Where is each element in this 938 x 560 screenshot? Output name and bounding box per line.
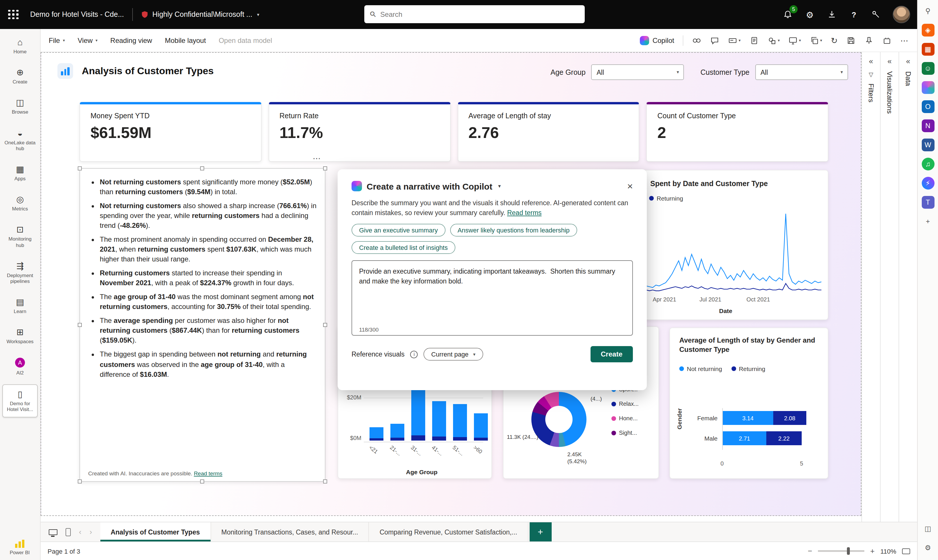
sidebar-item-demo-for-hotel-visits[interactable]: ▯ Demo for Hotel Visit... (2, 384, 38, 417)
legend-item[interactable]: Hone... (611, 415, 639, 422)
bar[interactable] (432, 402, 446, 441)
sidebar-item-deployment-pipelines[interactable]: ⇶ Deployment pipelines (2, 256, 38, 289)
bar[interactable] (390, 424, 404, 441)
kpi-card[interactable]: Count of Customer Type 2 (646, 102, 828, 162)
narrative-visual[interactable]: Not returning customers spent significan… (79, 168, 326, 482)
read-terms-link[interactable]: Read terms (194, 470, 222, 477)
sidebar-item-apps[interactable]: ▦ Apps (2, 159, 38, 187)
copy-icon[interactable]: ▾ (810, 35, 822, 45)
bar-segment[interactable]: 2.22 (766, 431, 802, 445)
more-options-icon[interactable]: ⋯ (900, 35, 909, 45)
legend-item[interactable]: Returning (731, 365, 765, 372)
stacked-bar-row[interactable]: Male2.712.22 (670, 431, 828, 445)
chevron-down-icon[interactable]: ▾ (498, 183, 501, 189)
bar[interactable] (370, 427, 383, 441)
file-menu[interactable]: File▾ (49, 36, 65, 45)
donut[interactable] (531, 392, 586, 447)
next-page-icon[interactable]: › (89, 528, 92, 536)
slicer-dropdown[interactable]: All ▾ (755, 65, 848, 80)
comments-icon[interactable] (710, 35, 719, 45)
kpi-card[interactable]: Money Spent YTD $61.59M (79, 102, 262, 162)
pin-icon[interactable] (864, 35, 873, 45)
help-icon[interactable]: ? (849, 9, 859, 20)
legend-item[interactable]: Returning (649, 195, 683, 202)
shapes-icon[interactable]: ▾ (767, 35, 780, 45)
data-pane[interactable]: « ▽ Data (899, 52, 917, 522)
edge-word-icon[interactable]: W (921, 138, 934, 151)
tab-monitoring-transactions[interactable]: Monitoring Transactions, Cases, and Reso… (211, 522, 369, 542)
edge-onenote-icon[interactable]: N (921, 119, 934, 132)
edge-outlook-icon[interactable]: O (921, 100, 934, 113)
edge-shopping-icon[interactable]: ◈ (921, 24, 934, 37)
resize-handle[interactable] (323, 323, 327, 327)
add-page-button[interactable]: + (529, 522, 551, 542)
edge-copilot-icon[interactable] (921, 81, 934, 94)
sidebar-item-metrics[interactable]: ◎ Metrics (2, 189, 38, 217)
sidebar-item-create[interactable]: ⊕ Create (2, 63, 38, 90)
edge-search-icon[interactable]: ⚲ (921, 5, 934, 17)
sidebar-item-ai2[interactable]: A AI2 (2, 353, 38, 381)
desktop-view-icon[interactable] (49, 529, 57, 535)
zoom-in-button[interactable]: + (870, 547, 875, 555)
previous-page-icon[interactable]: ‹ (79, 528, 82, 536)
sidebar-item-monitoring-hub[interactable]: ⊡ Monitoring hub (2, 220, 38, 253)
legend-item[interactable]: Relax... (611, 401, 639, 407)
visual-options-icon[interactable]: ⋯ (313, 154, 321, 163)
subscriptions-icon[interactable]: ▾ (728, 35, 741, 45)
bar[interactable] (474, 413, 488, 441)
explore-icon[interactable] (692, 35, 701, 45)
zoom-slider-handle[interactable] (847, 547, 850, 555)
prompt-textarea[interactable]: Provide an executive summary, indicating… (352, 261, 633, 336)
edge-panel-icon[interactable]: ◫ (921, 522, 934, 535)
sidebar-item-learn[interactable]: ▤ Learn (2, 292, 38, 319)
bar[interactable] (411, 386, 425, 441)
sidebar-item-workspaces[interactable]: ⊞ Workspaces (2, 323, 38, 350)
edge-add-icon[interactable]: + (921, 215, 934, 228)
bar[interactable] (453, 404, 467, 441)
fit-to-page-icon[interactable] (902, 548, 910, 554)
resize-handle[interactable] (200, 479, 204, 483)
bar-segment[interactable]: 2.08 (773, 411, 806, 425)
app-launcher-icon[interactable] (0, 0, 27, 29)
view-menu[interactable]: View▾ (78, 36, 98, 45)
bar-segment[interactable]: 2.71 (723, 431, 766, 445)
tab-comparing-revenue[interactable]: Comparing Revenue, Customer Satisfaction… (369, 522, 528, 542)
expand-pane-icon[interactable]: « (906, 57, 910, 66)
reading-view-button[interactable]: Reading view (110, 36, 152, 45)
zoom-out-button[interactable]: − (808, 547, 812, 555)
line-chart-visual[interactable]: Spent by Date and Customer Type Returnin… (616, 170, 828, 320)
create-button[interactable]: Create (590, 346, 633, 363)
visualizations-pane[interactable]: « ▽ Visualizations (880, 52, 899, 522)
copilot-button[interactable]: Copilot (640, 35, 674, 45)
edge-teams-icon[interactable]: T (921, 196, 934, 209)
save-icon[interactable] (846, 35, 856, 45)
slicer-dropdown[interactable]: All ▾ (591, 65, 684, 80)
present-icon[interactable]: ▾ (788, 35, 801, 45)
suggestion-pill[interactable]: Create a bulleted list of insights (352, 242, 455, 254)
search-input[interactable] (380, 10, 579, 18)
zoom-slider[interactable] (818, 550, 864, 552)
chevron-down-icon[interactable]: ▾ (257, 12, 259, 17)
resize-handle[interactable] (200, 166, 204, 171)
stacked-bar-row[interactable]: Female3.142.08 (670, 411, 828, 425)
refresh-icon[interactable]: ↻ (831, 35, 838, 45)
suggestion-pill[interactable]: Answer likely questions from leadership (450, 224, 577, 237)
download-icon[interactable] (827, 9, 837, 20)
mobile-layout-button[interactable]: Mobile layout (165, 36, 206, 45)
close-icon[interactable]: × (627, 181, 633, 191)
stacked-bar-visual[interactable]: Average of Length of stay by Gender and … (670, 328, 828, 479)
resize-handle[interactable] (323, 479, 327, 483)
tab-analysis-of-customer-types[interactable]: Analysis of Customer Types (100, 522, 211, 542)
bar-segment[interactable]: 3.14 (723, 411, 773, 425)
mobile-view-icon[interactable] (66, 528, 71, 536)
scope-dropdown[interactable]: Current page ▾ (424, 348, 483, 361)
legend-item[interactable]: Not returning (679, 365, 722, 372)
expand-pane-icon[interactable]: « (887, 57, 892, 66)
notifications-bell-icon[interactable]: 5 (782, 9, 793, 20)
kpi-card[interactable]: Average of Length of stay 2.76 (457, 102, 640, 162)
global-search[interactable]: ⚲ (364, 5, 585, 23)
edge-spotify-icon[interactable]: ♫ (921, 158, 934, 171)
avatar[interactable] (893, 6, 910, 23)
notes-icon[interactable] (749, 35, 759, 45)
resize-handle[interactable] (78, 479, 82, 483)
